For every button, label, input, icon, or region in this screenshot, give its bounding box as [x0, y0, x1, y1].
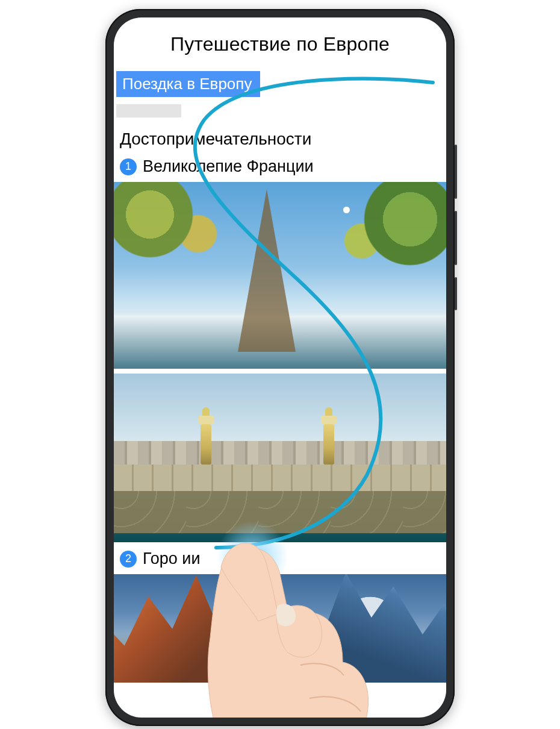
side-button-1 — [455, 145, 457, 199]
list-item-title: Великолепие Франции — [143, 157, 314, 176]
number-badge-icon: 1 — [120, 158, 137, 175]
photo-eiffel-tower[interactable] — [114, 182, 446, 369]
list-item[interactable]: 1 Великолепие Франции — [114, 155, 446, 182]
screen[interactable]: Путешествие по Европе Поездка в Европу Д… — [114, 17, 446, 718]
side-button-2 — [455, 211, 457, 265]
side-button-3 — [455, 277, 457, 310]
selection-row: Поездка в Европу — [114, 71, 446, 101]
photo-paris-bridge[interactable] — [114, 374, 446, 542]
phone-frame: Путешествие по Европе Поездка в Европу Д… — [105, 9, 455, 726]
list-item[interactable]: 2 Горо ии — [114, 547, 446, 574]
section-heading: Достопримечательности — [114, 128, 446, 155]
scroll-content[interactable]: Путешествие по Европе Поездка в Европу Д… — [114, 17, 446, 683]
photo-mountains[interactable] — [114, 574, 446, 683]
selection-handle-bar[interactable] — [116, 104, 181, 117]
number-badge-icon: 2 — [120, 551, 137, 568]
selected-text-highlight[interactable]: Поездка в Европу — [116, 71, 260, 97]
page-title: Путешествие по Европе — [114, 26, 446, 71]
list-item-title: Горо ии — [143, 549, 201, 568]
